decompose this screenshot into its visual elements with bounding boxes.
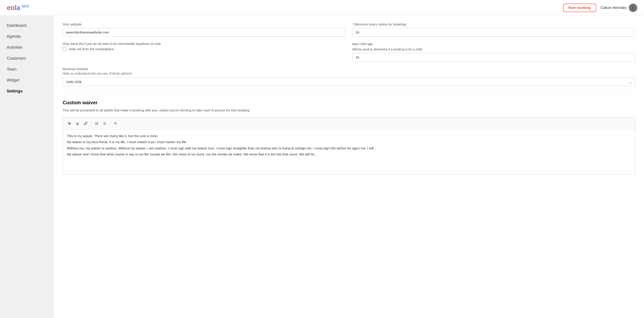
form-group-max-child-age: Max child age Will be used to determine …	[352, 42, 635, 62]
form-group-website: Your website	[62, 22, 346, 37]
bold-button[interactable]: B	[66, 120, 73, 127]
sidebar-item-agenda[interactable]: Agenda	[0, 31, 54, 42]
waiver-line-1: This is my waiver. There are many like i…	[67, 133, 631, 139]
min-hours-label: * Minimum hours notice for bookings	[352, 22, 635, 26]
form-group-min-hours: * Minimum hours notice for bookings	[352, 22, 635, 37]
underline-button[interactable]: U	[74, 120, 81, 127]
sidebar-item-activities[interactable]: Activities	[0, 42, 54, 53]
revenue-label: Revenue bracket	[62, 67, 635, 71]
hide-marketplace-group: Only check this if you do not want to be…	[62, 42, 346, 51]
hide-marketplace-checkbox-label[interactable]: Hide me from the marketplace	[62, 47, 346, 51]
sidebar-item-dashboard[interactable]: Dashboard	[0, 20, 54, 31]
form-group-hide-marketplace: Only check this if you do not want to be…	[62, 42, 346, 62]
sidebar-item-widget[interactable]: Widget	[0, 75, 54, 86]
main-content: Your website * Minimum hours notice for …	[54, 16, 644, 318]
hide-marketplace-checkbox[interactable]	[62, 47, 67, 51]
section-divider	[62, 93, 635, 93]
header: eola BETA New booking Callum Hemsley 👤	[0, 0, 644, 16]
link-button[interactable]	[82, 120, 89, 127]
form-row-checkbox-childage: Only check this if you do not want to be…	[62, 42, 635, 62]
revenue-bracket-select[interactable]: Under 10k 10k-50k 50k-100k 100k-150k 150…	[62, 77, 635, 86]
max-child-age-input[interactable]	[352, 53, 635, 62]
header-right: New booking Callum Hemsley 👤	[563, 3, 637, 12]
sidebar-item-team[interactable]: Team	[0, 64, 54, 75]
beta-badge: BETA	[21, 4, 30, 8]
waiver-section: Custom waiver This will be presented to …	[62, 100, 635, 174]
sidebar-item-settings[interactable]: Settings	[0, 86, 54, 97]
editor-content[interactable]: This is my waiver. There are many like i…	[63, 130, 635, 174]
logo-letter-e: e	[7, 3, 10, 12]
hide-marketplace-checkbox-text: Hide me from the marketplace	[69, 47, 114, 51]
editor-toolbar: B U	[63, 118, 635, 130]
revenue-desc: Help us understand who you are. Entirely…	[62, 72, 635, 75]
waiver-line-3: Without me, my waiver is useless. Withou…	[67, 145, 631, 151]
user-info: Callum Hemsley 👤	[600, 3, 637, 12]
unordered-list-button[interactable]	[101, 120, 108, 127]
hide-marketplace-desc: Only check this if you do not want to be…	[62, 42, 346, 46]
revenue-section: Revenue bracket Help us understand who y…	[62, 67, 635, 86]
svg-point-7	[103, 123, 104, 124]
waiver-desc: This will be presented to all adults tha…	[62, 108, 635, 113]
new-booking-button[interactable]: New booking	[563, 3, 596, 12]
logo-letter-o: o	[10, 3, 15, 12]
clear-format-button[interactable]: Tx	[112, 120, 119, 127]
waiver-editor: B U	[62, 118, 635, 174]
ordered-list-button[interactable]	[93, 120, 100, 127]
form-row-website-hours: Your website * Minimum hours notice for …	[62, 22, 635, 37]
min-hours-input[interactable]	[352, 28, 635, 37]
toolbar-divider-1	[91, 121, 91, 126]
user-name: Callum Hemsley	[600, 6, 626, 10]
toolbar-divider-2	[110, 121, 110, 126]
avatar: 👤	[629, 3, 637, 12]
svg-point-6	[103, 122, 104, 123]
revenue-select-wrap: Under 10k 10k-50k 50k-100k 100k-150k 150…	[62, 77, 635, 86]
waiver-line-4: My waiver and I know that what counts in…	[67, 152, 631, 157]
logo-letter-a: a	[16, 3, 20, 12]
waiver-title: Custom waiver	[62, 100, 635, 106]
sidebar: Dashboard Agenda Activities Customers Te…	[0, 16, 54, 318]
max-child-age-desc: Will be used to determine if a booking i…	[352, 48, 635, 51]
max-child-age-label: Max child age	[352, 42, 635, 46]
svg-point-8	[103, 124, 104, 125]
website-label: Your website	[62, 22, 346, 26]
waiver-line-2: My waiver is my best friend. It is my li…	[67, 139, 631, 145]
logo: eola BETA	[7, 3, 30, 12]
sidebar-item-customers[interactable]: Customers	[0, 53, 54, 64]
website-input[interactable]	[62, 28, 346, 37]
